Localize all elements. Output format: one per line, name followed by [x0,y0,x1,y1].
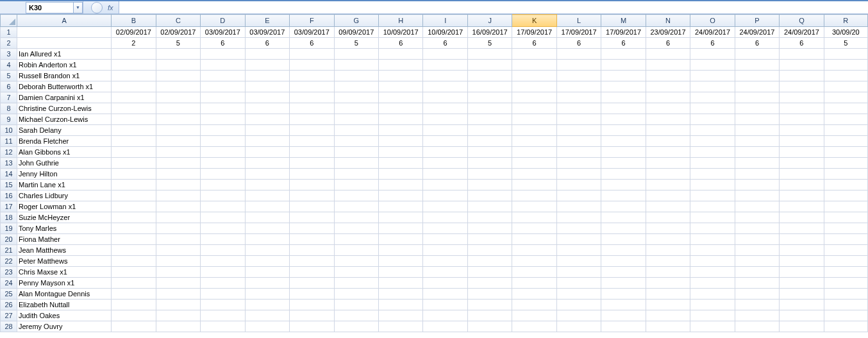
cell-F26[interactable] [290,300,334,310]
cell-A28[interactable]: Jeremy Ouvry [17,321,112,332]
cell-R20[interactable] [824,234,867,245]
cell-M17[interactable] [601,201,646,212]
cell-O20[interactable] [690,234,735,245]
cell-E20[interactable] [245,234,289,245]
cell-E10[interactable] [245,125,289,136]
cell-D8[interactable] [201,103,245,114]
cell-R6[interactable] [824,81,867,92]
cell-P17[interactable] [735,201,779,212]
cell-O18[interactable] [690,212,735,223]
cell-C1[interactable]: 02/09/2017 [156,27,200,38]
cell-K28[interactable] [512,321,556,332]
cell-L22[interactable] [556,256,601,267]
cell-D27[interactable] [201,310,245,321]
row-header-24[interactable]: 24 [1,278,17,289]
cell-A21[interactable]: Jean Matthews [17,245,112,256]
cell-N16[interactable] [646,190,690,201]
cell-B3[interactable] [112,49,156,60]
cell-P21[interactable] [735,245,779,256]
cell-O15[interactable] [690,180,735,190]
cell-B8[interactable] [112,103,156,114]
cell-B1[interactable]: 02/09/2017 [112,27,156,38]
row-header-13[interactable]: 13 [1,158,17,169]
cell-I27[interactable] [423,310,467,321]
cell-J10[interactable] [467,125,512,136]
cell-I5[interactable] [423,71,467,81]
cell-O26[interactable] [690,300,735,310]
cell-Q8[interactable] [780,103,824,114]
cell-F22[interactable] [290,256,334,267]
cell-E21[interactable] [245,245,289,256]
cell-E23[interactable] [245,267,289,278]
cell-D19[interactable] [201,223,245,234]
row-header-16[interactable]: 16 [1,190,17,201]
cell-M13[interactable] [601,158,646,169]
cell-G6[interactable] [334,81,378,92]
cell-P1[interactable]: 24/09/2017 [735,27,779,38]
cell-B27[interactable] [112,310,156,321]
cell-D5[interactable] [201,71,245,81]
cell-N10[interactable] [646,125,690,136]
cell-F16[interactable] [290,190,334,201]
cell-B24[interactable] [112,278,156,289]
cell-L18[interactable] [556,212,601,223]
cell-Q2[interactable]: 6 [780,38,824,49]
cell-I14[interactable] [423,169,467,180]
cell-G24[interactable] [334,278,378,289]
cell-J5[interactable] [467,71,512,81]
cell-G18[interactable] [334,212,378,223]
cell-L26[interactable] [556,300,601,310]
cell-Q4[interactable] [780,60,824,71]
cell-Q25[interactable] [780,289,824,300]
col-header-Q[interactable]: Q [780,15,824,27]
cell-D20[interactable] [201,234,245,245]
cell-B2[interactable]: 2 [112,38,156,49]
cell-E5[interactable] [245,71,289,81]
cell-L25[interactable] [556,289,601,300]
cell-Q12[interactable] [780,147,824,158]
cell-O27[interactable] [690,310,735,321]
col-header-B[interactable]: B [112,15,156,27]
cell-L4[interactable] [556,60,601,71]
cell-Q5[interactable] [780,71,824,81]
row-header-17[interactable]: 17 [1,201,17,212]
cell-A6[interactable]: Deborah Butterworth x1 [17,81,112,92]
cell-O19[interactable] [690,223,735,234]
cell-J19[interactable] [467,223,512,234]
cell-J25[interactable] [467,289,512,300]
cell-Q26[interactable] [780,300,824,310]
cell-R7[interactable] [824,92,867,103]
cell-O7[interactable] [690,92,735,103]
cell-G27[interactable] [334,310,378,321]
cell-C27[interactable] [156,310,200,321]
cell-L16[interactable] [556,190,601,201]
cell-E1[interactable]: 03/09/2017 [245,27,289,38]
row-header-26[interactable]: 26 [1,300,17,310]
cell-I9[interactable] [423,114,467,125]
cell-G25[interactable] [334,289,378,300]
cell-J6[interactable] [467,81,512,92]
cell-P25[interactable] [735,289,779,300]
cell-B14[interactable] [112,169,156,180]
cell-O23[interactable] [690,267,735,278]
cell-D4[interactable] [201,60,245,71]
cell-E11[interactable] [245,136,289,147]
cell-E3[interactable] [245,49,289,60]
cell-A25[interactable]: Alan Montague Dennis [17,289,112,300]
row-header-28[interactable]: 28 [1,321,17,332]
cell-R5[interactable] [824,71,867,81]
cell-H17[interactable] [378,201,422,212]
cell-J14[interactable] [467,169,512,180]
cell-R13[interactable] [824,158,867,169]
row-header-2[interactable]: 2 [1,38,17,49]
cell-E19[interactable] [245,223,289,234]
cell-P22[interactable] [735,256,779,267]
cell-E17[interactable] [245,201,289,212]
cell-O25[interactable] [690,289,735,300]
cell-C18[interactable] [156,212,200,223]
cell-N9[interactable] [646,114,690,125]
cell-D26[interactable] [201,300,245,310]
cell-I16[interactable] [423,190,467,201]
cell-B21[interactable] [112,245,156,256]
cell-R27[interactable] [824,310,867,321]
